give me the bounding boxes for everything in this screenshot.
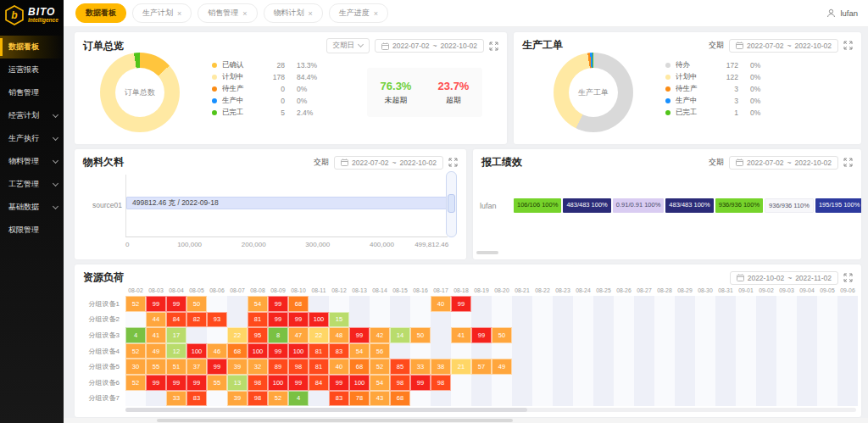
heatmap-cell[interactable]	[390, 312, 410, 328]
page-scrollbar[interactable]	[64, 418, 868, 423]
heatmap-cell[interactable]: 93	[207, 312, 227, 328]
heatmap-cell[interactable]	[146, 391, 166, 407]
heatmap-cell[interactable]: 41	[146, 327, 166, 343]
heatmap-cell[interactable]	[125, 312, 146, 328]
heatmap-cell[interactable]	[756, 359, 776, 375]
heatmap-cell[interactable]	[512, 296, 532, 312]
heatmap-cell[interactable]	[675, 343, 695, 359]
heatmap-cell[interactable]	[186, 327, 207, 343]
heatmap-cell[interactable]: 68	[349, 359, 370, 375]
heatmap-cell[interactable]	[512, 312, 532, 328]
heatmap-cell[interactable]	[817, 375, 837, 391]
heatmap-cell[interactable]: 21	[451, 359, 471, 375]
heatmap-cell[interactable]: 84	[309, 375, 329, 391]
heatmap-cell[interactable]	[573, 327, 593, 343]
heatmap-cell[interactable]: 89	[268, 359, 288, 375]
heatmap-cell[interactable]: 99	[451, 296, 471, 312]
heatmap-cell[interactable]	[675, 327, 695, 343]
heatmap-cell[interactable]	[715, 359, 736, 375]
heatmap-cell[interactable]	[431, 343, 451, 359]
heatmap-cell[interactable]	[837, 391, 858, 407]
heatmap-cell[interactable]	[675, 391, 695, 407]
heatmap-cell[interactable]	[837, 327, 858, 343]
heatmap-cell[interactable]	[715, 375, 736, 391]
heatmap-cell[interactable]	[410, 391, 431, 407]
heatmap-cell[interactable]: 39	[227, 391, 248, 407]
heatmap-cell[interactable]	[654, 375, 675, 391]
heatmap-cell[interactable]	[553, 296, 573, 312]
close-icon[interactable]: ×	[374, 11, 378, 16]
heatmap-cell[interactable]	[797, 375, 817, 391]
datazoom-slider[interactable]	[446, 171, 457, 237]
heatmap-cell[interactable]	[207, 391, 227, 407]
heatmap-cell[interactable]: 55	[146, 359, 166, 375]
heatmap-cell[interactable]	[614, 375, 634, 391]
heatmap-cell[interactable]: 52	[125, 375, 146, 391]
tab-2[interactable]: 生产计划×	[132, 3, 192, 23]
heatmap-cell[interactable]: 83	[329, 343, 349, 359]
heatmap-cell[interactable]	[471, 343, 492, 359]
heatmap-cell[interactable]	[634, 312, 654, 328]
heatmap-cell[interactable]: 22	[227, 327, 248, 343]
heatmap-cell[interactable]: 54	[248, 296, 268, 312]
heatmap-cell[interactable]	[736, 391, 756, 407]
heatmap-cell[interactable]	[736, 359, 756, 375]
heatmap-cell[interactable]: 51	[166, 359, 186, 375]
heatmap-cell[interactable]	[837, 312, 858, 328]
heatmap-cell[interactable]	[532, 327, 553, 343]
heatmap-cell[interactable]: 52	[125, 296, 146, 312]
heatmap-cell[interactable]	[675, 312, 695, 328]
heatmap-cell[interactable]	[512, 343, 532, 359]
heatmap-cell[interactable]	[471, 375, 492, 391]
heatmap-cell[interactable]	[736, 327, 756, 343]
heatmap-cell[interactable]	[593, 296, 614, 312]
close-icon[interactable]: ×	[309, 11, 313, 16]
heatmap-cell[interactable]	[410, 312, 431, 328]
heatmap-cell[interactable]: 98	[248, 375, 268, 391]
heatmap-cell[interactable]	[654, 296, 675, 312]
heatmap-cell[interactable]	[695, 359, 715, 375]
heatmap-cell[interactable]	[593, 359, 614, 375]
heatmap-cell[interactable]	[695, 391, 715, 407]
heatmap-cell[interactable]: 56	[370, 343, 390, 359]
perf-block[interactable]: 195/195 100%	[815, 198, 861, 213]
heatmap-cell[interactable]: 99	[288, 375, 309, 391]
heatmap-cell[interactable]: 57	[471, 359, 492, 375]
heatmap-cell[interactable]: 83	[186, 391, 207, 407]
expand-icon[interactable]	[489, 42, 498, 51]
heatmap-cell[interactable]: 81	[248, 312, 268, 328]
heatmap-cell[interactable]: 38	[431, 359, 451, 375]
heatmap-cell[interactable]	[736, 375, 756, 391]
heatmap-cell[interactable]: 99	[268, 343, 288, 359]
heatmap-cell[interactable]: 54	[349, 343, 370, 359]
heatmap-cell[interactable]	[736, 296, 756, 312]
heatmap-cell[interactable]	[756, 343, 776, 359]
expand-icon[interactable]	[843, 158, 853, 167]
heatmap-cell[interactable]	[715, 327, 736, 343]
heatmap-cell[interactable]: 99	[288, 312, 309, 328]
perf-date-range[interactable]: 2022-07-02~2022-10-02	[729, 156, 838, 170]
heatmap-cell[interactable]: 100	[349, 375, 370, 391]
heatmap-cell[interactable]: 100	[288, 343, 309, 359]
heatmap-cell[interactable]: 12	[166, 343, 186, 359]
heatmap-cell[interactable]	[573, 343, 593, 359]
heatmap-cell[interactable]	[817, 312, 837, 328]
heatmap-cell[interactable]	[309, 391, 329, 407]
heatmap-cell[interactable]	[492, 296, 512, 312]
heatmap-cell[interactable]	[593, 327, 614, 343]
heatmap-cell[interactable]: 99	[349, 327, 370, 343]
tab-1[interactable]: 数据看板	[75, 3, 126, 23]
heatmap-cell[interactable]	[573, 391, 593, 407]
heatmap-cell[interactable]	[471, 312, 492, 328]
heatmap-cell[interactable]	[370, 312, 390, 328]
heatmap-cell[interactable]	[654, 343, 675, 359]
expand-icon[interactable]	[843, 41, 853, 50]
heatmap-cell[interactable]	[797, 312, 817, 328]
heatmap-cell[interactable]: 99	[329, 375, 349, 391]
heatmap-cell[interactable]: 82	[186, 312, 207, 328]
heatmap-cell[interactable]	[593, 312, 614, 328]
heatmap-cell[interactable]: 54	[370, 375, 390, 391]
heatmap-cell[interactable]	[593, 343, 614, 359]
heatmap-cell[interactable]	[654, 391, 675, 407]
heatmap-cell[interactable]	[532, 359, 553, 375]
